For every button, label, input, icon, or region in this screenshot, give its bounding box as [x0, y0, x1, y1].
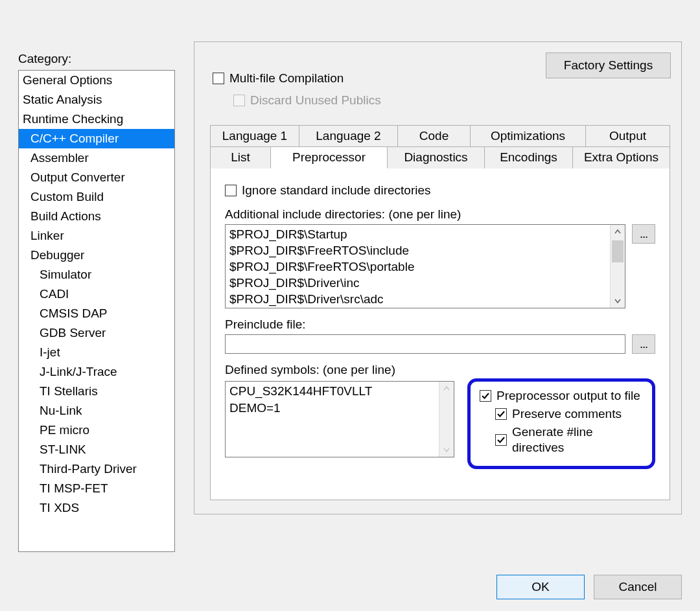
tab-language-2[interactable]: Language 2	[299, 125, 398, 147]
category-item[interactable]: Simulator	[19, 265, 174, 284]
checkbox-checked-icon	[480, 390, 491, 402]
tab-extra-options[interactable]: Extra Options	[573, 147, 670, 168]
factory-settings-button[interactable]: Factory Settings	[546, 52, 671, 78]
scroll-thumb[interactable]	[612, 240, 624, 262]
ellipsis-icon: ...	[640, 338, 648, 351]
category-item[interactable]: CADI	[19, 284, 174, 304]
category-item[interactable]: Static Analysis	[19, 90, 174, 110]
ignore-std-include-label: Ignore standard include directories	[242, 183, 431, 198]
discard-unused-publics-checkbox: Discard Unused Publics	[233, 93, 381, 108]
category-item[interactable]: Custom Build	[19, 187, 174, 207]
tab-list[interactable]: List	[210, 147, 271, 168]
tab-code[interactable]: Code	[398, 125, 471, 147]
browse-preinclude-button[interactable]: ...	[632, 334, 655, 354]
category-item[interactable]: TI MSP-FET	[19, 479, 174, 498]
additional-include-label: Additional include directories: (one per…	[225, 207, 655, 222]
defined-symbols-label: Defined symbols: (one per line)	[225, 363, 655, 377]
additional-include-textarea[interactable]: $PROJ_DIR$\Startup $PROJ_DIR$\FreeRTOS\i…	[225, 224, 625, 308]
tab-preprocessor-body: Ignore standard include directories Addi…	[210, 168, 670, 500]
multi-file-compilation-checkbox[interactable]: Multi-file Compilation	[213, 71, 344, 86]
generate-line-directives-checkbox[interactable]: Generate #line directives	[495, 424, 643, 455]
scroll-up-icon[interactable]	[439, 382, 454, 396]
category-item[interactable]: Output Converter	[19, 168, 174, 187]
category-item[interactable]: TI Stellaris	[19, 382, 174, 401]
category-item[interactable]: Assembler	[19, 148, 174, 168]
tab-preprocessor[interactable]: Preprocessor	[271, 147, 388, 168]
scrollbar[interactable]	[610, 225, 625, 308]
cancel-button[interactable]: Cancel	[594, 575, 682, 599]
tab-language-1[interactable]: Language 1	[210, 125, 299, 147]
category-item[interactable]: General Options	[19, 71, 174, 90]
pp-output-to-file-checkbox[interactable]: Preprocessor output to file	[480, 388, 643, 404]
category-item[interactable]: I-jet	[19, 343, 174, 362]
ellipsis-icon: ...	[640, 227, 648, 241]
preprocessor-output-highlight: Preprocessor output to file Preserve com…	[467, 378, 655, 469]
category-item[interactable]: ST-LINK	[19, 440, 174, 459]
discard-unused-publics-label: Discard Unused Publics	[250, 93, 381, 108]
tab-optimizations[interactable]: Optimizations	[471, 125, 586, 147]
generate-line-directives-label: Generate #line directives	[512, 424, 643, 455]
category-item[interactable]: Linker	[19, 226, 174, 246]
category-list[interactable]: General OptionsStatic AnalysisRuntime Ch…	[18, 70, 175, 552]
scroll-down-icon[interactable]	[611, 294, 625, 308]
tab-encodings[interactable]: Encodings	[485, 147, 573, 168]
defined-symbols-textarea[interactable]: CPU_S32K144HFT0VLLT DEMO=1	[225, 381, 454, 457]
additional-include-value: $PROJ_DIR$\Startup $PROJ_DIR$\FreeRTOS\i…	[229, 226, 609, 307]
defined-symbols-value: CPU_S32K144HFT0VLLT DEMO=1	[229, 383, 438, 417]
category-item[interactable]: GDB Server	[19, 323, 174, 343]
category-item[interactable]: C/C++ Compiler	[19, 129, 174, 148]
category-item[interactable]: CMSIS DAP	[19, 304, 174, 323]
settings-panel: Factory Settings Multi-file Compilation …	[194, 41, 682, 514]
category-item[interactable]: TI XDS	[19, 498, 174, 518]
tab-diagnostics[interactable]: Diagnostics	[388, 147, 485, 168]
tab-output[interactable]: Output	[586, 125, 670, 147]
scroll-up-icon[interactable]	[611, 225, 625, 239]
ignore-std-include-checkbox[interactable]: Ignore standard include directories	[225, 183, 655, 198]
preserve-comments-label: Preserve comments	[512, 406, 622, 422]
checkbox-box-icon	[233, 95, 245, 106]
multi-file-compilation-label: Multi-file Compilation	[229, 71, 344, 86]
pp-output-to-file-label: Preprocessor output to file	[496, 388, 640, 404]
checkbox-box-icon	[213, 73, 224, 84]
cancel-label: Cancel	[618, 580, 657, 594]
preinclude-label: Preinclude file:	[225, 317, 655, 332]
category-item[interactable]: Build Actions	[19, 207, 174, 226]
scroll-down-icon[interactable]	[439, 443, 454, 457]
ok-label: OK	[531, 580, 549, 594]
scrollbar[interactable]	[439, 382, 454, 457]
checkbox-box-icon	[225, 185, 237, 196]
options-dialog: Category: General OptionsStatic Analysis…	[0, 0, 700, 611]
preserve-comments-checkbox[interactable]: Preserve comments	[495, 406, 643, 422]
category-item[interactable]: PE micro	[19, 421, 174, 440]
preinclude-input[interactable]	[225, 334, 625, 354]
factory-settings-label: Factory Settings	[564, 58, 653, 73]
category-item[interactable]: Third-Party Driver	[19, 459, 174, 479]
tab-strip: Language 1Language 2CodeOptimizationsOut…	[210, 125, 670, 168]
category-item[interactable]: Nu-Link	[19, 401, 174, 421]
checkbox-checked-icon	[495, 408, 507, 420]
dialog-buttons: OK Cancel	[496, 575, 682, 599]
category-item[interactable]: Runtime Checking	[19, 110, 174, 129]
checkbox-checked-icon	[495, 434, 507, 446]
category-item[interactable]: J-Link/J-Trace	[19, 362, 174, 382]
ok-button[interactable]: OK	[496, 575, 585, 599]
category-label: Category:	[18, 52, 71, 66]
browse-include-button[interactable]: ...	[632, 224, 655, 244]
category-item[interactable]: Debugger	[19, 246, 174, 265]
